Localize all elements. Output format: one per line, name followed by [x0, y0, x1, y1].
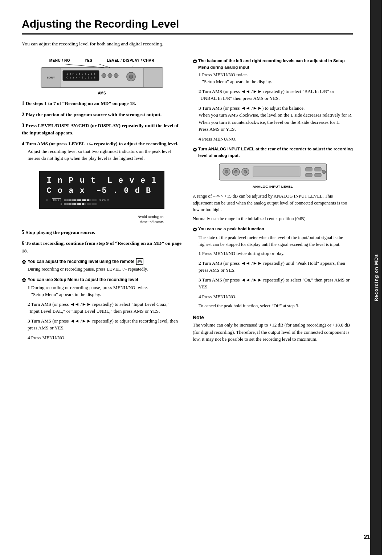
- peak-step-3: 3 Turn AMS (or press ◄◄ /►► repeatedly) …: [199, 276, 353, 291]
- balance-step-4: 4 Press MENU/NO.: [199, 135, 353, 143]
- tip-setup-steps: 1 During recording or recording pause, p…: [28, 284, 182, 341]
- input-level-display: I n P u t L e v e l C o a x –5 . 0 d B ▷…: [39, 171, 164, 209]
- setup-step-1: 1 During recording or recording pause, p…: [28, 284, 182, 298]
- svg-point-6: [102, 73, 106, 78]
- svg-text:C o a x - 5 . 0 d B: C o a x - 5 . 0 d B: [66, 76, 95, 79]
- tip-peak-hold: ✿ You can use a peak hold function The s…: [193, 226, 353, 309]
- label-yes: YES: [85, 58, 93, 62]
- analog-input-label: ANALOG INPUT LEVEL: [253, 185, 293, 189]
- device-svg: SONY I n P u t L e v e l C o a x - 5 . 0…: [40, 64, 164, 90]
- analog-device-svg: [219, 163, 327, 183]
- remote-icon: 🎮: [136, 258, 143, 265]
- balance-step-2: 2 Turn AMS (or press ◄◄ /►► repeatedly) …: [199, 88, 353, 102]
- right-column: ✿ The balance of the left and right reco…: [193, 54, 353, 348]
- svg-rect-23: [306, 173, 312, 177]
- peak-cancel-text: To cancel the peak hold function, select…: [199, 303, 353, 309]
- sidebar-tab: Recording on MDs: [370, 0, 382, 555]
- avoid-note: Avoid turning onthese indicators: [40, 214, 164, 224]
- tip-peak-body: The state of the peak level meter when t…: [199, 234, 353, 300]
- label-menu-no: MENU / NO: [49, 58, 70, 62]
- step-2: 2 Play the portion of the program source…: [22, 111, 182, 118]
- main-content: Adjusting the Recording Level You can ad…: [0, 0, 370, 555]
- svg-point-21: [244, 170, 247, 173]
- step-1: 1 Do steps 1 to 7 of “Recording on an MD…: [22, 100, 182, 107]
- svg-rect-25: [315, 173, 321, 177]
- tip-setup-menu: ✿ You can use Setup Menu to adjust the r…: [22, 276, 182, 341]
- tip-remote-header: ✿ You can adjust the recording level usi…: [22, 258, 182, 266]
- ams-label: AMS: [98, 91, 106, 95]
- svg-point-7: [108, 73, 112, 78]
- tip-icon-remote: ✿: [22, 258, 26, 266]
- balance-step-1: 1 Press MENU/NO twice. "Setup Menu" appe…: [199, 71, 353, 85]
- tip-balance-header: ✿ The balance of the left and right reco…: [193, 58, 353, 70]
- svg-point-8: [114, 73, 118, 78]
- peak-step-4: 4 Press MENU/NO.: [199, 293, 353, 300]
- left-column: MENU / NO YES LEVEL / DISPLAY / CHAR SON…: [22, 54, 182, 348]
- analog-device-diagram: ANALOG INPUT LEVEL: [193, 163, 353, 189]
- tip-icon-setup: ✿: [22, 276, 26, 284]
- svg-point-27: [322, 170, 326, 174]
- page-container: Adjusting the Recording Level You can ad…: [0, 0, 392, 555]
- diagram-labels: MENU / NO YES LEVEL / DISPLAY / CHAR: [49, 58, 155, 62]
- peak-step-2: 2 Turn AMS (or press ◄◄ /►► repeatedly) …: [199, 260, 353, 274]
- svg-rect-26: [253, 167, 300, 177]
- step-4: 4 Turn AMS (or press LEVEL +/– repeatedl…: [22, 140, 182, 162]
- tip-analog-header: ✿ Turn ANALOG INPUT LEVEL at the rear of…: [193, 146, 353, 159]
- step-5: 5 Stop playing the program source.: [22, 228, 182, 236]
- label-level-display-char: LEVEL / DISPLAY / CHAR: [107, 58, 154, 62]
- input-level-display-section: I n P u t L e v e l C o a x –5 . 0 d B ▷…: [22, 166, 182, 224]
- svg-point-10: [129, 75, 133, 78]
- tip-remote: ✿ You can adjust the recording level usi…: [22, 258, 182, 273]
- setup-step-2: 2 Turn AMS (or press ◄◄ /►► repeatedly) …: [28, 301, 182, 315]
- device-diagram-top: MENU / NO YES LEVEL / DISPLAY / CHAR SON…: [22, 58, 182, 95]
- tip-remote-body: During recording or recording pause, pre…: [28, 266, 182, 273]
- svg-point-19: [234, 170, 237, 173]
- tip-balance-steps: 1 Press MENU/NO twice. "Setup Menu" appe…: [199, 71, 353, 143]
- analog-normal-text: Normally use the range in the initialize…: [193, 215, 353, 222]
- display-line2: C o a x –5 . 0 d B: [46, 186, 157, 197]
- tip-analog-input: ✿ Turn ANALOG INPUT LEVEL at the rear of…: [193, 146, 353, 159]
- note-title: Note: [193, 315, 353, 320]
- display-line1: I n P u t L e v e l: [46, 176, 157, 186]
- peak-step-1: 1 Press MENU/NO twice during stop or pla…: [199, 250, 353, 257]
- svg-line-13: [98, 64, 110, 68]
- note-text: The volume can only be increased up to +…: [193, 321, 353, 343]
- sidebar-tab-text: Recording on MDs: [373, 254, 379, 301]
- svg-text:SONY: SONY: [46, 76, 55, 79]
- svg-line-14: [131, 64, 135, 68]
- svg-rect-22: [306, 167, 312, 171]
- step-3: 3 Press LEVEL/DISPLAY/CHR (or DISPLAY) r…: [22, 122, 182, 137]
- balance-step-3: 3 Turn AMS (or press ◄◄ /►►) to adjust t…: [199, 105, 353, 133]
- intro-text: You can adjust the recording level for b…: [22, 40, 353, 48]
- two-column-layout: MENU / NO YES LEVEL / DISPLAY / CHAR SON…: [22, 54, 353, 348]
- tip-balance: ✿ The balance of the left and right reco…: [193, 58, 353, 142]
- tip-setup-header: ✿ You can use Setup Menu to adjust the r…: [22, 276, 182, 284]
- setup-step-4: 4 Press MENU/NO.: [28, 334, 182, 341]
- svg-text:I n P u t  L e v e l: I n P u t L e v e l: [66, 73, 95, 76]
- svg-rect-11: [144, 68, 163, 88]
- tip-peak-header: ✿ You can use a peak hold function: [193, 226, 353, 234]
- step-6: 6 To start recording, continue from step…: [22, 239, 182, 255]
- setup-step-3: 3 Turn AMS (or press ◄◄ /►► repeatedly) …: [28, 317, 182, 332]
- svg-rect-24: [315, 167, 321, 171]
- page-number: 21: [364, 534, 370, 540]
- svg-point-17: [225, 170, 228, 173]
- note-box: Note The volume can only be increased up…: [193, 315, 353, 343]
- page-title: Adjusting the Recording Level: [22, 17, 353, 35]
- analog-range-text: A range of – ∞ ~ +15 dB can be adjusted …: [193, 193, 353, 213]
- svg-line-12: [63, 64, 104, 68]
